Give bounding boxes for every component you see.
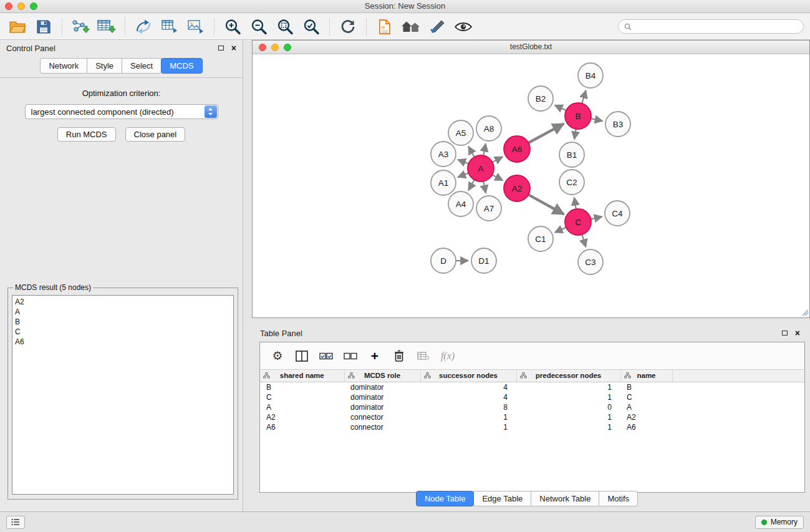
deselect-all-button[interactable]	[339, 346, 362, 367]
edge-C-C3[interactable]	[582, 235, 586, 247]
export-network-button[interactable]	[131, 16, 156, 37]
edge-A2-C[interactable]	[528, 195, 564, 214]
graph-node-B[interactable]: B	[565, 103, 591, 129]
network-graph[interactable]: AA1A2A3A4A5A6A7A8BB1B2B3B4CC1C2C3C4DD1	[253, 54, 809, 317]
cell-MCDS-role[interactable]: dominator	[344, 392, 420, 402]
mcds-result-list[interactable]: A2ABCA6	[12, 295, 234, 495]
apply-layout-button[interactable]	[335, 16, 360, 37]
cell-shared-name[interactable]: A2	[260, 412, 344, 422]
cell-shared-name[interactable]: A	[260, 402, 344, 412]
run-mcds-button[interactable]: Run MCDS	[57, 127, 116, 142]
edge-A-A7[interactable]	[483, 181, 486, 193]
zoom-window-button[interactable]	[30, 2, 37, 10]
edge-B-B1[interactable]	[574, 129, 576, 140]
table-row[interactable]: Cdominator41C	[260, 392, 804, 402]
network-zoom-button[interactable]	[284, 44, 291, 51]
column-header-successor-nodes[interactable]: successor nodes	[420, 370, 516, 382]
graph-node-A7[interactable]: A7	[476, 196, 501, 221]
cell-MCDS-role[interactable]: dominator	[344, 402, 420, 412]
cell-predecessor-nodes[interactable]: 1	[516, 382, 620, 392]
edge-A6-B[interactable]	[529, 123, 564, 143]
open-session-button[interactable]	[5, 16, 30, 37]
cell-successor-nodes[interactable]: 4	[420, 382, 516, 392]
graph-node-D1[interactable]: D1	[471, 248, 496, 273]
graph-node-A3[interactable]: A3	[431, 142, 456, 167]
table-row[interactable]: A2connector11A2	[260, 412, 804, 422]
graph-node-A4[interactable]: A4	[448, 191, 473, 216]
add-column-button[interactable]: +	[364, 346, 386, 367]
resize-grip-icon[interactable]	[801, 309, 809, 316]
tab-node-table[interactable]: Node Table	[416, 491, 475, 506]
mcds-result-item[interactable]: C	[15, 327, 231, 337]
cell-MCDS-role[interactable]: dominator	[344, 382, 420, 392]
cell-shared-name[interactable]: C	[260, 392, 344, 402]
cell-predecessor-nodes[interactable]: 1	[516, 422, 620, 432]
graph-node-C3[interactable]: C3	[578, 249, 603, 274]
graph-node-B1[interactable]: B1	[559, 142, 584, 167]
zoom-selected-button[interactable]	[299, 16, 324, 37]
close-table-panel-icon[interactable]: ×	[795, 329, 800, 337]
column-header-shared-name[interactable]: shared name	[260, 370, 344, 382]
cell-name[interactable]: C	[620, 392, 672, 402]
tab-mcds[interactable]: MCDS	[161, 58, 202, 74]
select-all-button[interactable]	[315, 346, 337, 367]
network-close-button[interactable]	[259, 44, 266, 51]
edge-B-B2[interactable]	[555, 105, 566, 111]
table-row[interactable]: Adominator80A	[260, 402, 804, 412]
graph-node-C2[interactable]: C2	[559, 170, 584, 195]
minimize-window-button[interactable]	[17, 2, 25, 10]
search-box[interactable]	[618, 19, 804, 34]
import-network-button[interactable]	[68, 16, 93, 37]
zoom-fit-button[interactable]	[272, 16, 297, 37]
zoom-out-button[interactable]	[246, 16, 271, 37]
graph-node-A1[interactable]: A1	[431, 170, 456, 195]
edge-A-A3[interactable]	[458, 160, 468, 164]
tab-network[interactable]: Network	[40, 58, 87, 74]
cell-name[interactable]: B	[620, 382, 672, 392]
graph-node-B3[interactable]: B3	[605, 112, 630, 137]
close-window-button[interactable]	[5, 2, 12, 10]
graph-node-A6[interactable]: A6	[504, 136, 530, 162]
export-table-button[interactable]	[157, 16, 182, 37]
search-input[interactable]	[635, 22, 798, 31]
column-header-name[interactable]: name	[620, 370, 672, 382]
column-header-predecessor-nodes[interactable]: predecessor nodes	[516, 370, 620, 382]
graph-node-C4[interactable]: C4	[605, 201, 630, 226]
mcds-result-item[interactable]: A2	[15, 297, 231, 307]
tab-network-table[interactable]: Network Table	[531, 491, 599, 506]
graph-node-A2[interactable]: A2	[504, 175, 530, 201]
graph-node-A5[interactable]: A5	[448, 120, 473, 145]
network-minimize-button[interactable]	[271, 44, 279, 51]
mcds-result-item[interactable]: B	[15, 317, 231, 327]
float-panel-icon[interactable]	[218, 46, 224, 51]
cell-predecessor-nodes[interactable]: 0	[516, 402, 620, 412]
optimization-criterion-select[interactable]: largest connected component (directed)	[25, 104, 218, 119]
network-canvas[interactable]: AA1A2A3A4A5A6A7A8BB1B2B3B4CC1C2C3C4DD1	[253, 54, 809, 317]
cell-predecessor-nodes[interactable]: 1	[516, 412, 620, 422]
graph-node-B4[interactable]: B4	[578, 63, 603, 88]
float-table-panel-icon[interactable]	[782, 331, 788, 336]
graph-node-C1[interactable]: C1	[528, 226, 553, 251]
tab-select[interactable]: Select	[122, 58, 162, 74]
cell-predecessor-nodes[interactable]: 1	[516, 392, 620, 402]
tab-edge-table[interactable]: Edge Table	[473, 491, 531, 506]
import-table-button[interactable]	[94, 16, 119, 37]
edge-C-C4[interactable]	[591, 216, 602, 219]
edge-A-A6[interactable]	[493, 157, 503, 162]
cell-name[interactable]: A	[620, 402, 672, 412]
cell-successor-nodes[interactable]: 1	[420, 422, 516, 432]
edge-A-A1[interactable]	[458, 173, 468, 178]
export-image-button[interactable]	[183, 16, 208, 37]
panel-selector-button[interactable]	[6, 516, 25, 529]
zoom-in-button[interactable]	[220, 16, 245, 37]
edge-C-C1[interactable]	[555, 228, 566, 233]
memory-button[interactable]: Memory	[755, 516, 804, 529]
cell-name[interactable]: A2	[620, 412, 672, 422]
mcds-result-item[interactable]: A6	[15, 337, 231, 347]
table-row[interactable]: Bdominator41B	[260, 382, 804, 392]
save-session-button[interactable]	[31, 16, 56, 37]
cell-successor-nodes[interactable]: 8	[420, 402, 516, 412]
table-row[interactable]: A6connector11A6	[260, 422, 804, 432]
delete-table-button[interactable]	[412, 346, 435, 367]
cell-successor-nodes[interactable]: 1	[420, 412, 516, 422]
